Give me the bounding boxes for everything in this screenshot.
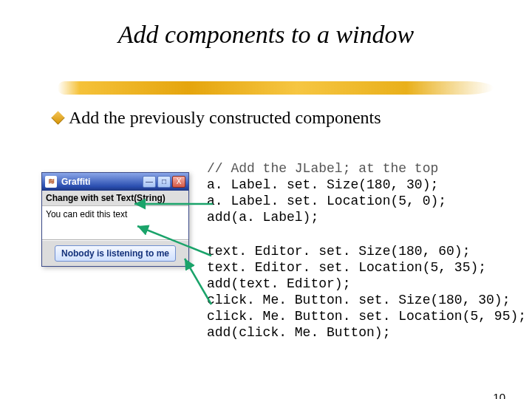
text-editor[interactable]: You can edit this text (42, 206, 188, 240)
code-line: add(a. Label); (207, 210, 517, 226)
code-line: text. Editor. set. Size(180, 60); (207, 244, 517, 260)
code-line: click. Me. Button. set. Location(5, 95); (207, 309, 517, 325)
button-area: Nobody is listening to me (42, 240, 188, 266)
code-block-2: text. Editor. set. Size(180, 60); text. … (207, 244, 517, 341)
slide-title: Add components to a window (0, 21, 532, 49)
click-me-button[interactable]: Nobody is listening to me (55, 245, 176, 262)
bullet-row: Add the previously constructed component… (53, 108, 381, 128)
window-title: Graffiti (61, 177, 138, 187)
code-line: click. Me. Button. set. Size(180, 30); (207, 293, 517, 309)
code-block-1: // Add the JLabel; at the top a. Label. … (207, 161, 517, 226)
java-window: ≋ Graffiti — □ X Change with set Text(St… (41, 172, 189, 267)
java-icon: ≋ (45, 176, 57, 188)
code-line: a. Label. set. Size(180, 30); (207, 177, 517, 194)
jlabel: Change with set Text(String) (42, 191, 188, 206)
titlebar: ≋ Graffiti — □ X (42, 173, 188, 191)
close-icon[interactable]: X (172, 176, 185, 188)
bullet-icon (51, 111, 64, 124)
title-underline (58, 81, 494, 95)
code-line: text. Editor. set. Location(5, 35); (207, 260, 517, 276)
code-line: // Add the JLabel; at the top (207, 161, 517, 177)
code-line: a. Label. set. Location(5, 0); (207, 194, 517, 210)
code-block: // Add the JLabel; at the top a. Label. … (207, 161, 517, 341)
code-line: add(text. Editor); (207, 276, 517, 293)
code-line: add(click. Me. Button); (207, 325, 517, 341)
page-number: 10 (493, 391, 505, 399)
maximize-icon[interactable]: □ (157, 176, 171, 188)
bullet-text: Add the previously constructed component… (69, 108, 381, 128)
window-buttons: — □ X (143, 176, 185, 188)
minimize-icon[interactable]: — (143, 176, 156, 188)
slide: Add components to a window Add the previ… (0, 21, 532, 399)
